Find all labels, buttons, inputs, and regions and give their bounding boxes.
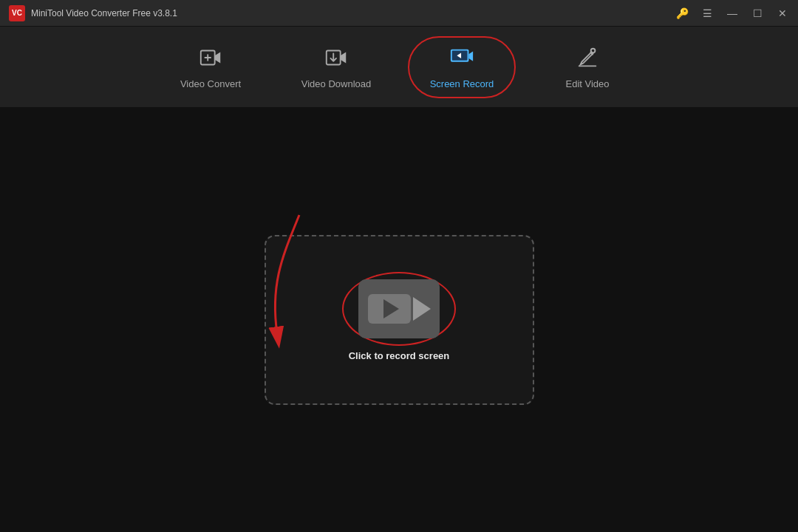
tab-screen-record-label: Screen Record — [430, 78, 494, 89]
main-content: Click to record screen — [0, 108, 798, 532]
tab-edit-video-label: Edit Video — [565, 78, 609, 89]
tab-video-download-label: Video Download — [301, 78, 371, 89]
video-convert-icon — [198, 45, 223, 74]
record-button[interactable] — [358, 279, 440, 338]
record-label: Click to record screen — [349, 350, 450, 361]
tab-edit-video[interactable]: Edit Video — [525, 30, 650, 104]
title-bar-left: VC MiniTool Video Converter Free v3.8.1 — [9, 5, 177, 21]
maximize-button[interactable]: ☐ — [751, 7, 764, 20]
tab-video-convert-label: Video Convert — [180, 78, 241, 89]
tab-screen-record[interactable]: Screen Record — [399, 30, 525, 104]
camera-icon — [368, 294, 431, 324]
app-title: MiniTool Video Converter Free v3.8.1 — [31, 8, 177, 18]
title-bar-right: 🔑 ☰ — ☐ ✕ — [676, 7, 789, 20]
nav-bar: Video Convert Video Download Screen Reco… — [0, 27, 798, 108]
hamburger-icon[interactable]: ☰ — [700, 7, 714, 20]
video-download-icon — [324, 45, 349, 74]
svg-point-4 — [591, 48, 596, 52]
tab-video-download[interactable]: Video Download — [273, 30, 399, 104]
tab-video-convert[interactable]: Video Convert — [148, 30, 273, 104]
app-logo: VC — [9, 5, 25, 21]
title-bar: VC MiniTool Video Converter Free v3.8.1 … — [0, 0, 798, 27]
minimize-button[interactable]: — — [726, 7, 739, 20]
record-button-wrapper — [358, 279, 440, 338]
key-icon: 🔑 — [676, 7, 689, 19]
screen-record-icon — [449, 45, 474, 74]
record-area: Click to record screen — [265, 235, 534, 405]
edit-video-icon — [575, 45, 600, 74]
close-button[interactable]: ✕ — [776, 7, 789, 20]
